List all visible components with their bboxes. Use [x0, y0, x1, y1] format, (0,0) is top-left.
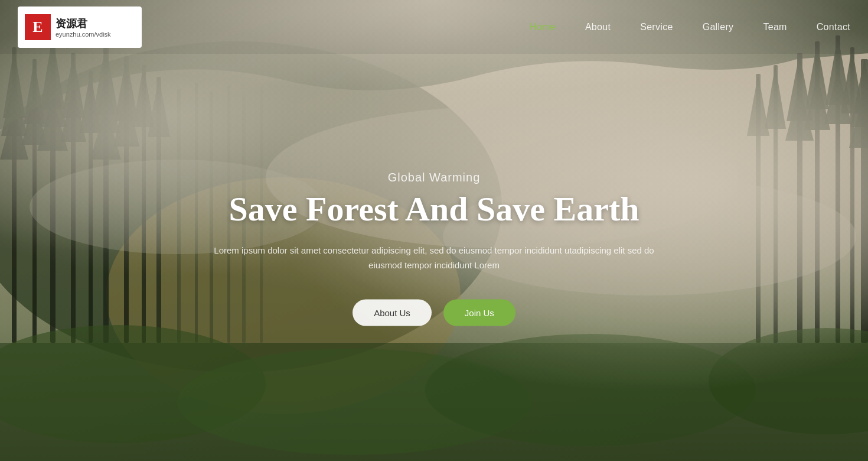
- hero-subtitle: Global Warming: [168, 171, 700, 184]
- nav-team[interactable]: Team: [763, 22, 787, 33]
- logo-subtitle: eyunzhu.com/vdisk: [56, 31, 111, 38]
- hero-section: E 资源君 eyunzhu.com/vdisk Home About Servi…: [0, 0, 868, 461]
- hero-title: Save Forest And Save Earth: [168, 190, 700, 228]
- nav-contact[interactable]: Contact: [817, 22, 850, 33]
- logo-title: 资源君: [56, 17, 111, 31]
- nav-about[interactable]: About: [585, 22, 611, 33]
- logo[interactable]: E 资源君 eyunzhu.com/vdisk: [18, 7, 142, 48]
- join-us-button[interactable]: Join Us: [443, 299, 515, 326]
- nav-gallery[interactable]: Gallery: [703, 22, 734, 33]
- hero-content: Global Warming Save Forest And Save Eart…: [168, 171, 700, 326]
- about-us-button[interactable]: About Us: [353, 299, 432, 326]
- nav-home[interactable]: Home: [530, 22, 556, 33]
- hero-buttons: About Us Join Us: [168, 299, 700, 326]
- nav-service[interactable]: Service: [640, 22, 673, 33]
- navbar: E 资源君 eyunzhu.com/vdisk Home About Servi…: [0, 0, 868, 54]
- logo-icon: E: [25, 14, 51, 40]
- nav-links: Home About Service Gallery Team Contact: [530, 22, 850, 33]
- hero-description: Lorem ipsum dolor sit amet consectetur a…: [198, 242, 670, 272]
- logo-text: 资源君 eyunzhu.com/vdisk: [56, 17, 111, 38]
